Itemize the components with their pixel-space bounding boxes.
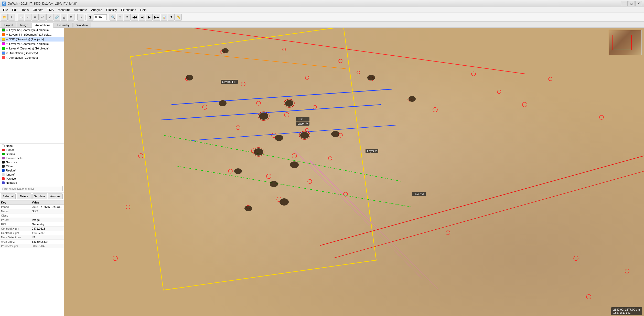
props-val-7: 45: [32, 236, 63, 239]
toolbar-nav-1[interactable]: ⊞: [117, 14, 123, 21]
toolbar-separator-2: [76, 15, 76, 20]
layer-name-2: SSC (Geometry) (1 objects): [9, 38, 44, 41]
toolbar-btn-7[interactable]: ⊕: [68, 14, 74, 21]
delete-button[interactable]: Delete: [17, 193, 31, 199]
tab-workflow[interactable]: Workflow: [73, 23, 91, 27]
props-row-4: ROIGeometry: [0, 222, 64, 227]
mini-map-content: [609, 30, 641, 55]
toolbar-nav-7[interactable]: 📊: [161, 14, 167, 21]
toolbar-btn-1[interactable]: ○: [25, 14, 31, 21]
layer-item-3[interactable]: ✏Layer VI (Geometry) (7 objects): [0, 42, 64, 46]
class-item-1[interactable]: Tumor: [0, 148, 64, 152]
toolbar-btn-5[interactable]: 🔗: [53, 14, 60, 21]
class-item-4[interactable]: Necrosis: [0, 160, 64, 164]
window-controls: — □ ✕: [621, 1, 642, 6]
toolbar-nav-2[interactable]: ≡: [124, 14, 131, 21]
layer-color-6: [2, 56, 5, 59]
auto-set-button[interactable]: Auto set: [48, 193, 63, 199]
layer-item-6[interactable]: ⬭Annotation (Geometry): [0, 55, 64, 60]
props-key-1: Name: [1, 210, 32, 213]
toolbar-nav-6[interactable]: ▶▶: [153, 14, 160, 21]
toolbar-nav-0[interactable]: 🔍: [110, 14, 116, 21]
menu-item-file[interactable]: File: [1, 8, 10, 12]
toolbar-nav-5[interactable]: ▶: [146, 14, 153, 21]
toolbar-separator-3: [85, 15, 85, 20]
class-item-9[interactable]: Negative: [0, 181, 64, 185]
menu-item-tools[interactable]: Tools: [19, 8, 31, 12]
class-item-3[interactable]: Immune cells: [0, 156, 64, 160]
menu-item-edit[interactable]: Edit: [10, 8, 19, 12]
close-button[interactable]: ✕: [635, 1, 642, 6]
menu-item-tma[interactable]: TMA: [45, 8, 56, 12]
layer-item-2[interactable]: ✏SSC (Geometry) (1 objects): [0, 37, 64, 42]
label-layer-iv: Layer IV: [296, 121, 309, 126]
toolbar-nav-8[interactable]: ⬆: [168, 14, 175, 21]
menu-item-objects[interactable]: Objects: [31, 8, 45, 12]
toolbar-s[interactable]: S: [77, 14, 84, 21]
class-item-5[interactable]: Other: [0, 164, 64, 168]
toolbar: 📂+▭○✏↩V🔗△⊕S◑🔍⊞≡◀◀◀▶▶▶📊⬆📏: [0, 13, 644, 22]
filter-input[interactable]: [1, 186, 63, 191]
props-row-6: Centroid Y μm1135.7843: [0, 231, 64, 235]
toolbar-nav-3[interactable]: ◀◀: [131, 14, 138, 21]
props-key-7: Num Detections: [1, 236, 32, 239]
menu-item-extensions[interactable]: Extensions: [119, 8, 138, 12]
toolbar-btn-4[interactable]: V: [46, 14, 53, 21]
layer-item-0[interactable]: ✏Layer IV (Geometry) (4 objects): [0, 28, 64, 32]
menu-item-help[interactable]: Help: [138, 8, 149, 12]
class-item-0[interactable]: None: [0, 144, 64, 148]
tab-hierarchy[interactable]: Hierarchy: [54, 23, 73, 27]
image-viewer[interactable]: Layers II-III SSC Layer IV Layer V Layer…: [64, 28, 644, 316]
class-name-7: Ignore*: [6, 173, 15, 176]
class-dot-2: [2, 153, 5, 155]
class-item-2[interactable]: Stroma: [0, 152, 64, 156]
toolbar-add[interactable]: +: [8, 14, 15, 21]
label-layers-ii-iii: Layers II-III: [221, 80, 238, 84]
class-item-6[interactable]: Region*: [0, 168, 64, 172]
title-bar: Q QuPath - 2018_I7_8535_Dp1Yey_L26A_PV_l…: [0, 0, 644, 7]
class-item-7[interactable]: Ignore*: [0, 172, 64, 177]
layer-name-1: Layers II-III (Geometry) (17 obje...: [9, 33, 52, 36]
tab-project[interactable]: Project: [1, 23, 16, 27]
toolbar-nav-4[interactable]: ◀: [139, 14, 145, 21]
toolbar-open[interactable]: 📂: [1, 14, 8, 21]
props-row-9: Perimeter μm3030.5132: [0, 244, 64, 248]
layer-icon-0: ✏: [6, 29, 8, 32]
toolbar-btn-3[interactable]: ↩: [39, 14, 46, 21]
class-item-8[interactable]: Positive: [0, 177, 64, 181]
menu-item-classify[interactable]: Classify: [104, 8, 119, 12]
layer-icon-5: ⬭: [6, 52, 8, 55]
layer-item-5[interactable]: ⬭Annotation (Geometry): [0, 51, 64, 55]
minimize-button[interactable]: —: [621, 1, 628, 6]
class-name-4: Necrosis: [6, 161, 17, 164]
menu-item-automate[interactable]: Automate: [72, 8, 89, 12]
maximize-button[interactable]: □: [628, 1, 635, 6]
toolbar-brightness[interactable]: ◑: [87, 14, 93, 21]
layer-icon-6: ⬭: [6, 56, 8, 59]
menu-item-analyze[interactable]: Analyze: [89, 8, 104, 12]
props-val-9: 3030.5132: [32, 244, 63, 248]
class-dot-9: [2, 181, 5, 184]
toolbar-btn-6[interactable]: △: [61, 14, 67, 21]
toolbar-nav-9[interactable]: 📏: [175, 14, 182, 21]
class-dot-1: [2, 149, 5, 151]
toolbar-btn-2[interactable]: ✏: [32, 14, 39, 21]
select-all-button[interactable]: Select all: [1, 193, 16, 199]
tab-image[interactable]: Image: [17, 23, 31, 27]
slide-image: [64, 28, 644, 316]
status-rgb: 183, 161, 142: [613, 311, 630, 314]
layer-item-1[interactable]: ✏Layers II-III (Geometry) (17 obje...: [0, 32, 64, 37]
set-class-button[interactable]: Set class: [33, 193, 47, 199]
menu-item-measure[interactable]: Measure: [56, 8, 72, 12]
toolbar-btn-0[interactable]: ▭: [18, 14, 24, 21]
label-layer-vi: Layer VI: [412, 192, 426, 196]
status-coordinates: 2382.90, 1677.00 μm: [613, 308, 640, 311]
properties-table: Key Value Image2018_I7_8535_Dp1Yey_L26A_…: [0, 200, 64, 316]
layer-item-4[interactable]: ✏Layer V (Geometry) (16 objects): [0, 46, 64, 51]
zoom-input[interactable]: [94, 14, 107, 20]
class-dot-5: [2, 165, 5, 168]
props-val-0: 2018_I7_8535_Dp1Yey_L26A_PV_le...: [32, 205, 63, 208]
layer-color-5: [2, 52, 5, 55]
class-dot-3: [2, 157, 5, 159]
tab-annotations[interactable]: Annotations: [32, 23, 53, 28]
